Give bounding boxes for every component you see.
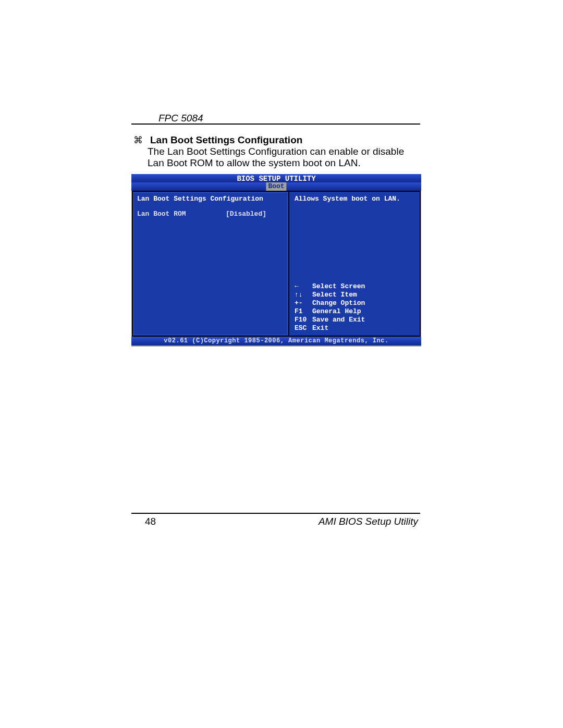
- bios-tab-bar: Boot: [131, 182, 421, 191]
- bios-screenshot: BIOS SETUP UTILITY Boot Lan Boot Setting…: [131, 174, 421, 347]
- bios-key: +-: [295, 299, 312, 307]
- bios-key-action: Save and Exit: [312, 316, 365, 324]
- section-description: The Lan Boot Settings Configuration can …: [148, 146, 421, 169]
- bios-key-row: F1 General Help: [295, 307, 414, 316]
- bios-key: F10: [295, 316, 312, 324]
- bios-key-row: +- Change Option: [295, 299, 414, 307]
- bios-footer: v02.61 (C)Copyright 1985-2006, American …: [131, 337, 421, 346]
- bios-key-action: Exit: [312, 324, 328, 332]
- bios-setting-row[interactable]: Lan Boot ROM [Disabled]: [137, 210, 284, 218]
- bios-key-action: Select Item: [312, 291, 357, 299]
- bios-key: F1: [295, 307, 312, 316]
- bios-body: Lan Boot Settings Configuration Lan Boot…: [132, 191, 421, 337]
- bios-key-row: F10 Save and Exit: [295, 316, 414, 324]
- bios-key-action: General Help: [312, 307, 361, 316]
- bios-key-action: Change Option: [312, 299, 365, 307]
- page-header-title: FPC 5084: [158, 113, 203, 124]
- bios-key: ESC: [295, 324, 312, 332]
- bios-setting-label: Lan Boot ROM: [137, 210, 226, 218]
- bios-key: ↑↓: [295, 291, 312, 299]
- bios-key-row: ↑↓ Select Item: [295, 291, 414, 299]
- bios-key-legend: ← Select Screen ↑↓ Select Item +- Change…: [295, 282, 414, 332]
- bios-tab-boot[interactable]: Boot: [266, 182, 286, 191]
- command-icon: ⌘: [133, 134, 143, 146]
- bios-key-row: ← Select Screen: [295, 282, 414, 291]
- bios-setting-value[interactable]: [Disabled]: [226, 210, 266, 218]
- footer-title: AMI BIOS Setup Utility: [319, 516, 418, 527]
- footer-rule: [131, 513, 420, 514]
- bios-help-panel: Allows System boot on LAN. ← Select Scre…: [289, 192, 420, 336]
- bios-help-text: Allows System boot on LAN.: [295, 195, 414, 203]
- bios-key-action: Select Screen: [312, 282, 365, 291]
- bios-key-row: ESC Exit: [295, 324, 414, 332]
- section-heading: Lan Boot Settings Configuration: [150, 134, 302, 146]
- bios-title: BIOS SETUP UTILITY: [131, 174, 421, 183]
- bios-key: ←: [295, 282, 312, 291]
- bios-panel-title: Lan Boot Settings Configuration: [137, 195, 284, 203]
- bios-main-panel: Lan Boot Settings Configuration Lan Boot…: [133, 192, 289, 336]
- page-number: 48: [145, 516, 156, 527]
- section-heading-row: ⌘ Lan Boot Settings Configuration: [133, 134, 425, 146]
- header-rule: [131, 124, 420, 125]
- document-page: FPC 5084 ⌘ Lan Boot Settings Configurati…: [0, 0, 563, 728]
